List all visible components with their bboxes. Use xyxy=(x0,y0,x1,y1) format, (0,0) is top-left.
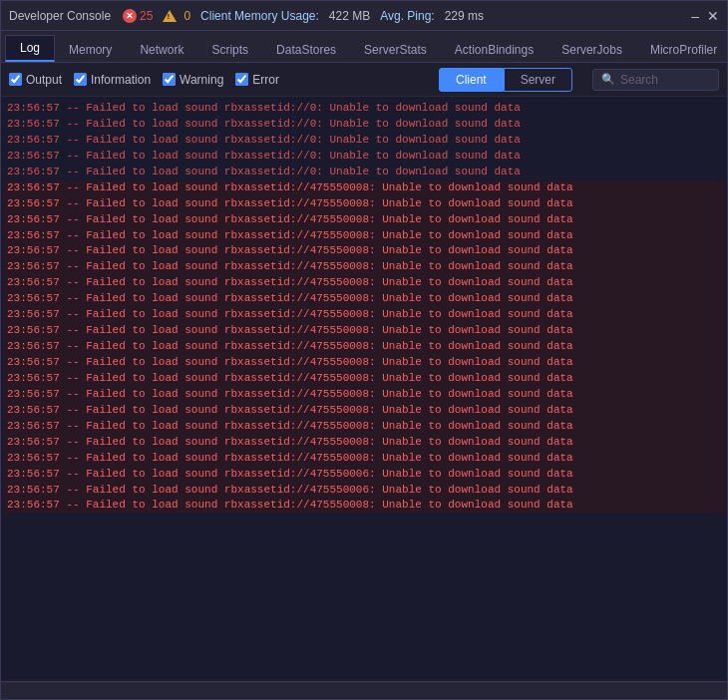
nav-tab-serverjobs[interactable]: ServerJobs xyxy=(547,38,636,62)
warning-triangle-icon xyxy=(163,10,177,22)
server-toggle-button[interactable]: Server xyxy=(504,68,572,92)
log-line: 23:56:57 -- Failed to load sound rbxasse… xyxy=(3,435,725,451)
error-label: Error xyxy=(252,73,279,87)
warning-badge: 0 xyxy=(163,9,190,23)
log-line: 23:56:57 -- Failed to load sound rbxasse… xyxy=(3,196,725,212)
error-badge: ✕ 25 xyxy=(123,9,153,23)
log-line: 23:56:57 -- Failed to load sound rbxasse… xyxy=(3,498,725,514)
warning-count: 0 xyxy=(183,9,190,23)
search-input[interactable] xyxy=(620,73,710,87)
nav-tab-actionbindings[interactable]: ActionBindings xyxy=(441,38,547,62)
log-content[interactable]: 23:56:57 -- Failed to load sound rbxasse… xyxy=(1,97,727,681)
nav-tab-serverstats[interactable]: ServerStats xyxy=(350,38,441,62)
log-line: 23:56:57 -- Failed to load sound rbxasse… xyxy=(3,419,725,435)
title-bar-controls: – ✕ xyxy=(691,9,719,23)
memory-value: 422 MB xyxy=(329,9,370,23)
nav-tab-log[interactable]: Log xyxy=(5,35,55,62)
title-bar: Developer Console ✕ 25 0 Client Memory U… xyxy=(1,1,727,31)
warning-label: Warning xyxy=(180,73,223,87)
log-line: 23:56:57 -- Failed to load sound rbxasse… xyxy=(3,339,725,355)
log-line: 23:56:57 -- Failed to load sound rbxasse… xyxy=(3,259,725,275)
bottom-bar xyxy=(1,681,727,699)
log-line: 23:56:57 -- Failed to load sound rbxasse… xyxy=(3,467,725,483)
close-button[interactable]: ✕ xyxy=(707,9,719,23)
nav-tabs: LogMemoryNetworkScriptsDataStoresServerS… xyxy=(1,31,727,63)
error-circle-icon: ✕ xyxy=(123,9,137,23)
log-line: 23:56:57 -- Failed to load sound rbxasse… xyxy=(3,101,725,117)
output-checkbox[interactable] xyxy=(9,73,22,86)
search-box: 🔍 xyxy=(592,69,719,91)
log-line: 23:56:57 -- Failed to load sound rbxasse… xyxy=(3,117,725,133)
log-line: 23:56:57 -- Failed to load sound rbxasse… xyxy=(3,387,725,403)
log-line: 23:56:57 -- Failed to load sound rbxasse… xyxy=(3,483,725,499)
error-count: 25 xyxy=(140,9,153,23)
memory-label: Client Memory Usage: xyxy=(200,9,319,23)
client-toggle-button[interactable]: Client xyxy=(439,68,504,92)
nav-tab-datastores[interactable]: DataStores xyxy=(262,38,350,62)
ping-value: 229 ms xyxy=(445,9,484,23)
log-line: 23:56:57 -- Failed to load sound rbxasse… xyxy=(3,149,725,165)
log-line: 23:56:57 -- Failed to load sound rbxasse… xyxy=(3,451,725,467)
search-icon: 🔍 xyxy=(601,73,615,86)
log-line: 23:56:57 -- Failed to load sound rbxasse… xyxy=(3,323,725,339)
information-checkbox[interactable] xyxy=(74,73,87,86)
error-checkbox[interactable] xyxy=(235,73,248,86)
log-line: 23:56:57 -- Failed to load sound rbxasse… xyxy=(3,371,725,387)
log-line: 23:56:57 -- Failed to load sound rbxasse… xyxy=(3,180,725,196)
warning-filter[interactable]: Warning xyxy=(163,73,223,87)
nav-tab-memory[interactable]: Memory xyxy=(55,38,126,62)
window-title: Developer Console xyxy=(9,9,111,23)
log-line: 23:56:57 -- Failed to load sound rbxasse… xyxy=(3,165,725,180)
nav-tab-scripts[interactable]: Scripts xyxy=(197,38,262,62)
log-line: 23:56:57 -- Failed to load sound rbxasse… xyxy=(3,291,725,307)
log-line: 23:56:57 -- Failed to load sound rbxasse… xyxy=(3,403,725,419)
information-filter[interactable]: Information xyxy=(74,73,151,87)
error-filter[interactable]: Error xyxy=(235,73,279,87)
output-filter[interactable]: Output xyxy=(9,73,62,87)
log-line: 23:56:57 -- Failed to load sound rbxasse… xyxy=(3,212,725,228)
log-line: 23:56:57 -- Failed to load sound rbxasse… xyxy=(3,307,725,323)
minimize-button[interactable]: – xyxy=(691,9,699,23)
title-bar-info: ✕ 25 0 Client Memory Usage: 422 MB Avg. … xyxy=(123,9,691,23)
developer-console-window: Developer Console ✕ 25 0 Client Memory U… xyxy=(0,0,728,700)
warning-checkbox[interactable] xyxy=(163,73,176,86)
client-server-toggle: Client Server xyxy=(439,68,572,92)
output-label: Output xyxy=(26,73,62,87)
log-line: 23:56:57 -- Failed to load sound rbxasse… xyxy=(3,275,725,291)
ping-label: Avg. Ping: xyxy=(380,9,434,23)
nav-tab-microprofiler[interactable]: MicroProfiler xyxy=(636,38,728,62)
log-line: 23:56:57 -- Failed to load sound rbxasse… xyxy=(3,228,725,244)
nav-tab-network[interactable]: Network xyxy=(126,38,197,62)
log-line: 23:56:57 -- Failed to load sound rbxasse… xyxy=(3,243,725,259)
log-line: 23:56:57 -- Failed to load sound rbxasse… xyxy=(3,355,725,371)
filter-bar: Output Information Warning Error Client … xyxy=(1,63,727,97)
information-label: Information xyxy=(91,73,151,87)
log-line: 23:56:57 -- Failed to load sound rbxasse… xyxy=(3,133,725,149)
